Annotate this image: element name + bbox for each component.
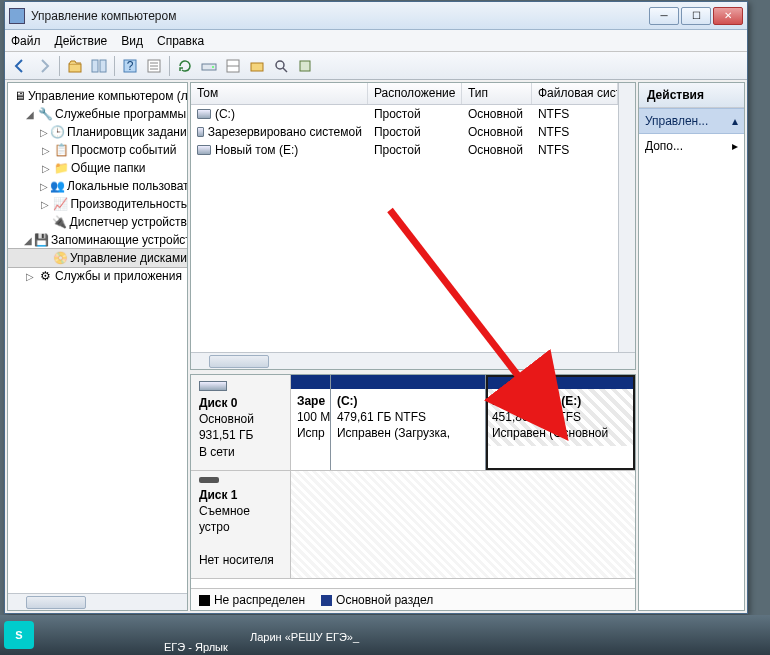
chevron-right-icon: ▸ (732, 139, 738, 153)
partition-c[interactable]: (C:) 479,61 ГБ NTFS Исправен (Загрузка, (331, 375, 486, 470)
titlebar[interactable]: Управление компьютером ─ ☐ ✕ (5, 2, 747, 30)
taskbar-app-icon[interactable]: S (4, 621, 34, 649)
tree-shared-folders[interactable]: ▷📁Общие папки (8, 159, 187, 177)
svg-line-15 (283, 68, 287, 72)
scroll-thumb[interactable] (26, 596, 86, 609)
legend-unalloc-swatch (199, 595, 210, 606)
actions-header: Действия (639, 83, 744, 108)
volume-icon (197, 145, 211, 155)
minimize-button[interactable]: ─ (649, 7, 679, 25)
col-layout[interactable]: Расположение (368, 83, 462, 104)
desktop-taskbar: S ЕГЭ - Ярлык Ларин «РЕШУ ЕГЭ»_ (0, 615, 770, 655)
actions-item-manage[interactable]: Управлен...▴ (639, 108, 744, 134)
maximize-button[interactable]: ☐ (681, 7, 711, 25)
nav-forward-button[interactable] (33, 55, 55, 77)
volume-list-hscrollbar[interactable] (191, 352, 635, 369)
taskbar-label-1[interactable]: ЕГЭ - Ярлык (164, 641, 228, 653)
tree-root-label: Управление компьютером (л (28, 89, 188, 103)
find-icon[interactable] (270, 55, 292, 77)
rescan-disks-button[interactable] (198, 55, 220, 77)
properties-button[interactable] (143, 55, 165, 77)
volume-icon (197, 127, 204, 137)
disk1-row: Диск 1 Съемное устро Нет носителя (191, 471, 635, 579)
menu-action[interactable]: Действие (55, 34, 108, 48)
menu-file[interactable]: Файл (11, 34, 41, 48)
tree-task-scheduler[interactable]: ▷🕒Планировщик заданий (8, 123, 187, 141)
tree-device-manager[interactable]: 🔌Диспетчер устройств (8, 213, 187, 231)
svg-rect-1 (92, 60, 98, 72)
toolbar-separator (114, 56, 115, 76)
tree-disk-management[interactable]: 📀Управление дисками (8, 249, 187, 267)
app-window: Управление компьютером ─ ☐ ✕ Файл Действ… (4, 1, 748, 614)
menubar: Файл Действие Вид Справка (5, 30, 747, 52)
tree-event-viewer[interactable]: ▷📋Просмотр событий (8, 141, 187, 159)
tree-root[interactable]: 🖥Управление компьютером (л (8, 87, 187, 105)
legend: Не распределен Основной раздел (191, 588, 635, 610)
volume-list[interactable]: Том Расположение Тип Файловая сист (C:) … (190, 82, 636, 370)
disk-icon (199, 381, 227, 391)
volume-list-header: Том Расположение Тип Файловая сист (191, 83, 618, 105)
folder-icon[interactable] (246, 55, 268, 77)
toolbar: ? (5, 52, 747, 80)
toolbar-separator (169, 56, 170, 76)
svg-text:?: ? (127, 59, 134, 73)
close-button[interactable]: ✕ (713, 7, 743, 25)
nav-tree[interactable]: 🖥Управление компьютером (л ◢🔧Служебные п… (7, 82, 188, 611)
taskbar-label-2[interactable]: Ларин «РЕШУ ЕГЭ»_ (250, 631, 359, 643)
partition-system-reserved[interactable]: Заре 100 М Испр (291, 375, 331, 470)
settings-icon[interactable] (294, 55, 316, 77)
up-button[interactable] (64, 55, 86, 77)
tree-performance[interactable]: ▷📈Производительность (8, 195, 187, 213)
menu-help[interactable]: Справка (157, 34, 204, 48)
tree-system-tools[interactable]: ◢🔧Служебные программы (8, 105, 187, 123)
app-icon (9, 8, 25, 24)
actions-pane: Действия Управлен...▴ Допо...▸ (638, 82, 745, 611)
disk-map: Диск 0 Основной 931,51 ГБ В сети Заре 10… (190, 374, 636, 611)
removable-icon (199, 477, 219, 483)
list-icon[interactable] (222, 55, 244, 77)
volume-row[interactable]: (C:) Простой Основной NTFS (191, 105, 618, 123)
col-volume[interactable]: Том (191, 83, 368, 104)
disk1-nomedia[interactable] (291, 471, 635, 578)
svg-rect-2 (100, 60, 106, 72)
tree-services-apps[interactable]: ▷⚙Службы и приложения (8, 267, 187, 285)
svg-rect-13 (251, 63, 263, 71)
scroll-thumb[interactable] (209, 355, 269, 368)
help-button[interactable]: ? (119, 55, 141, 77)
legend-primary-swatch (321, 595, 332, 606)
menu-view[interactable]: Вид (121, 34, 143, 48)
volume-row[interactable]: Новый том (E:) Простой Основной NTFS (191, 141, 618, 159)
volume-list-vscrollbar[interactable] (618, 83, 635, 369)
volume-icon (197, 109, 211, 119)
col-filesystem[interactable]: Файловая сист (532, 83, 618, 104)
dropdown-icon: ▴ (732, 114, 738, 128)
toolbar-separator (59, 56, 60, 76)
svg-point-10 (212, 66, 214, 68)
tree-hscrollbar[interactable] (8, 593, 187, 610)
partition-e-selected[interactable]: Новый том (E:) 451,80 ГБ NTFS Исправен (… (486, 375, 635, 470)
disk1-header[interactable]: Диск 1 Съемное устро Нет носителя (191, 471, 291, 578)
window-title: Управление компьютером (31, 9, 649, 23)
show-hide-tree-button[interactable] (88, 55, 110, 77)
svg-rect-16 (300, 61, 310, 71)
svg-rect-0 (69, 64, 81, 72)
refresh-button[interactable] (174, 55, 196, 77)
actions-item-more[interactable]: Допо...▸ (639, 134, 744, 158)
nav-back-button[interactable] (9, 55, 31, 77)
tree-storage[interactable]: ◢💾Запоминающие устройст (8, 231, 187, 249)
svg-point-14 (276, 61, 284, 69)
tree-local-users[interactable]: ▷👥Локальные пользоват (8, 177, 187, 195)
disk0-header[interactable]: Диск 0 Основной 931,51 ГБ В сети (191, 375, 291, 470)
col-type[interactable]: Тип (462, 83, 532, 104)
volume-row[interactable]: Зарезервировано системой Простой Основно… (191, 123, 618, 141)
disk0-row: Диск 0 Основной 931,51 ГБ В сети Заре 10… (191, 375, 635, 471)
